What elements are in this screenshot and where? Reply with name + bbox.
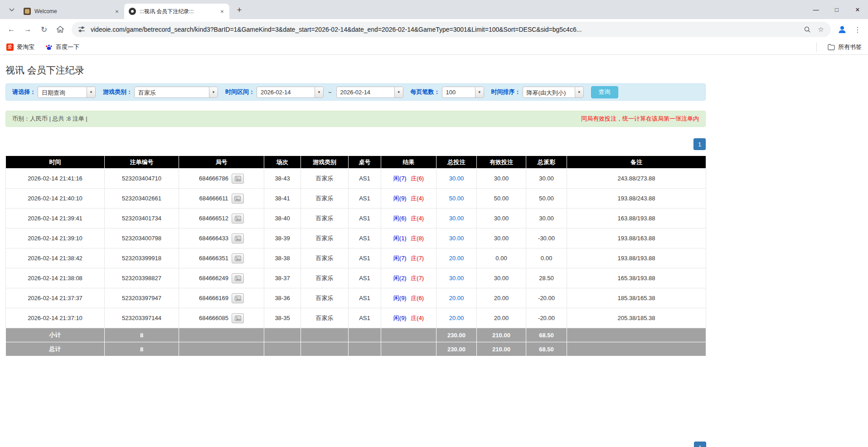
- tab-strip: Welcome ✕ :::视讯 会员下注纪录::: ✕ + — □ ✕: [0, 0, 868, 19]
- page-content: 视讯 会员下注纪录 请选择： 日期查询 ▼ 游戏类别： 百家乐 ▼ 时间区间： …: [0, 64, 868, 356]
- dropdown-arrow-icon[interactable]: ▼: [394, 87, 403, 97]
- round-detail-icon[interactable]: [232, 313, 244, 323]
- bookmark-aitaobao[interactable]: 爱 爱淘宝: [6, 43, 34, 51]
- query-type-select[interactable]: 日期查询 ▼: [38, 87, 96, 98]
- cell-table: AS1: [349, 228, 381, 248]
- cell-table: AS1: [349, 308, 381, 328]
- forward-button[interactable]: →: [20, 22, 35, 37]
- footer-cell: [567, 328, 706, 342]
- round-detail-icon[interactable]: [232, 293, 244, 303]
- cell-table: AS1: [349, 189, 381, 209]
- dropdown-arrow-icon[interactable]: ▼: [87, 87, 95, 97]
- cell-bet-id: 523203397144: [105, 308, 179, 328]
- round-detail-icon[interactable]: [232, 194, 244, 204]
- bookmark-label: 爱淘宝: [17, 43, 34, 51]
- cell-result: 闲(9) 庄(4): [381, 308, 436, 328]
- round-number: 684666169: [199, 295, 228, 301]
- dropdown-arrow-icon[interactable]: ▼: [209, 87, 218, 97]
- game-kind-select[interactable]: 百家乐 ▼: [134, 87, 218, 98]
- zoom-icon[interactable]: [803, 25, 812, 34]
- address-bar[interactable]: videoie.com/game/betrecord_search/kind3?…: [72, 22, 831, 37]
- cell-total-bet: 30.00: [436, 268, 477, 288]
- bookmark-baidu[interactable]: 百度一下: [45, 43, 79, 51]
- dropdown-arrow-icon[interactable]: ▼: [575, 87, 583, 97]
- maximize-button[interactable]: □: [826, 0, 847, 19]
- result-banker: 庄(7): [411, 255, 424, 262]
- cell-valid-bet: 0.00: [477, 248, 526, 268]
- cell-total-bet: 20.00: [436, 288, 477, 308]
- result-banker: 庄(6): [411, 295, 424, 301]
- cell-game: 百家乐: [301, 248, 349, 268]
- cell-payout: 28.50: [526, 268, 567, 288]
- subtotal-label: 小计: [6, 328, 105, 342]
- browser-toolbar: ← → ↻ videoie.com/game/betrecord_search/…: [0, 19, 868, 40]
- filter-bar: 请选择： 日期查询 ▼ 游戏类别： 百家乐 ▼ 时间区间： 2026-02-14…: [5, 83, 706, 101]
- header-time: 时间: [6, 156, 105, 169]
- sort-select[interactable]: 降幂(由大到小) ▼: [523, 87, 584, 98]
- close-button[interactable]: ✕: [847, 0, 868, 19]
- new-tab-button[interactable]: +: [233, 4, 246, 16]
- subtotal-count: 8: [105, 328, 179, 342]
- date-end-select[interactable]: 2026-02-14 ▼: [336, 87, 403, 98]
- page-number-button[interactable]: 1: [693, 138, 706, 150]
- query-type-value: 日期查询: [38, 87, 87, 97]
- round-detail-icon[interactable]: [232, 214, 244, 224]
- total-bet-link[interactable]: 30.00: [449, 175, 464, 182]
- search-button[interactable]: 查询: [591, 86, 618, 98]
- cell-payout: -20.00: [526, 308, 567, 328]
- profile-avatar[interactable]: [834, 22, 850, 37]
- baidu-paw-icon: [45, 44, 53, 51]
- total-valid-bet: 210.00: [477, 342, 526, 356]
- result-player: 闲(7): [393, 175, 407, 182]
- cell-bet-id: 523203399918: [105, 248, 179, 268]
- total-bet-link[interactable]: 50.00: [449, 195, 464, 202]
- tab-close-icon[interactable]: ✕: [113, 8, 121, 15]
- tab-welcome[interactable]: Welcome ✕: [19, 4, 124, 19]
- date-start-select[interactable]: 2026-02-14 ▼: [257, 87, 324, 98]
- cell-note: 193.88/163.88: [567, 228, 706, 248]
- refresh-button[interactable]: ↻: [36, 22, 52, 37]
- total-bet-link[interactable]: 20.00: [449, 295, 464, 301]
- bookmarks-bar: 爱 爱淘宝 百度一下 所有书签: [0, 40, 868, 55]
- subtotal-row: 小计 8 230.00 210.00 68.50: [6, 328, 706, 342]
- all-bookmarks-button[interactable]: 所有书签: [828, 43, 862, 51]
- cell-result: 闲(1) 庄(8): [381, 228, 436, 248]
- round-detail-icon[interactable]: [232, 233, 244, 243]
- header-session: 场次: [264, 156, 301, 169]
- site-info-icon[interactable]: [77, 25, 86, 34]
- round-detail-icon[interactable]: [232, 174, 244, 184]
- result-player: 闲(9): [393, 295, 407, 301]
- total-total-bet: 230.00: [436, 342, 477, 356]
- home-button[interactable]: [53, 22, 68, 37]
- per-page-select[interactable]: 100 ▼: [442, 87, 484, 98]
- browser-menu-button[interactable]: ⋮: [851, 22, 864, 37]
- cell-note: 163.88/193.88: [567, 209, 706, 228]
- tab-close-icon[interactable]: ✕: [218, 8, 226, 15]
- dropdown-arrow-icon[interactable]: ▼: [475, 87, 484, 97]
- query-type-label: 请选择：: [12, 88, 36, 96]
- total-count: 8: [105, 342, 179, 356]
- round-detail-icon[interactable]: [232, 253, 244, 263]
- total-bet-link[interactable]: 20.00: [449, 315, 464, 321]
- summary-note: 同局有效投注，统一计算在该局第一张注单内: [581, 115, 699, 123]
- total-bet-link[interactable]: 30.00: [449, 235, 464, 242]
- total-bet-link[interactable]: 30.00: [449, 275, 464, 282]
- bottom-page-number-button[interactable]: 1: [694, 442, 706, 447]
- table-row: 2026-02-14 21:39:10 523203400798 6846664…: [6, 228, 706, 248]
- total-bet-link[interactable]: 30.00: [449, 215, 464, 222]
- cell-note: 193.88/193.88: [567, 248, 706, 268]
- bookmark-star-icon[interactable]: ☆: [816, 25, 825, 34]
- cell-payout: 0.00: [526, 248, 567, 268]
- tab-search-button[interactable]: [5, 4, 18, 16]
- dropdown-arrow-icon[interactable]: ▼: [315, 87, 323, 97]
- tab-betrecord[interactable]: :::视讯 会员下注纪录::: ✕: [124, 4, 229, 19]
- sort-value: 降幂(由大到小): [523, 87, 575, 97]
- cell-note: 205.38/185.38: [567, 308, 706, 328]
- back-button[interactable]: ←: [4, 22, 19, 37]
- round-detail-icon[interactable]: [232, 273, 244, 283]
- url-text[interactable]: videoie.com/game/betrecord_search/kind3?…: [91, 26, 798, 33]
- minimize-button[interactable]: —: [805, 0, 826, 19]
- all-bookmarks-label: 所有书签: [838, 43, 862, 51]
- total-bet-link[interactable]: 20.00: [449, 255, 464, 262]
- cell-round: 684666786: [179, 169, 264, 189]
